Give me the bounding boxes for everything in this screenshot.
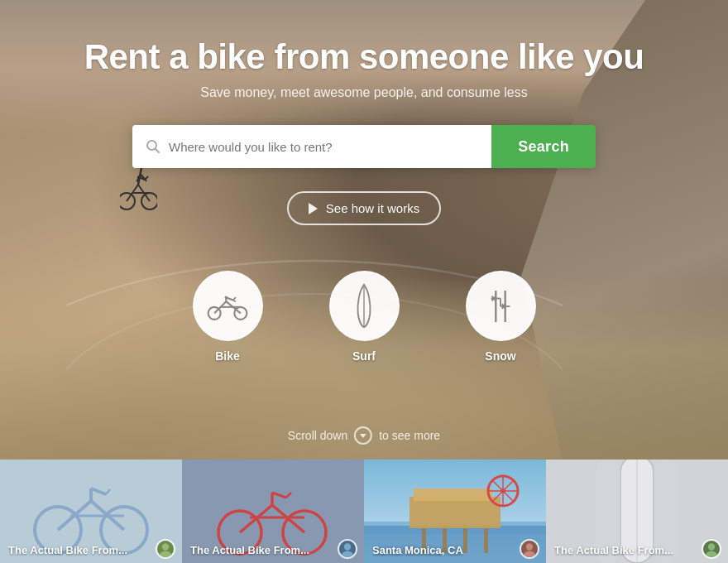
svg-point-59: [344, 543, 351, 550]
surf-icon: [352, 283, 376, 329]
svg-rect-65: [414, 488, 492, 501]
grid-item-4-avatar: [702, 539, 721, 559]
category-surf[interactable]: Surf: [329, 271, 400, 363]
hero-section: Rent a bike from someone like you Save m…: [0, 0, 728, 460]
hero-subtitle: Save money, meet awesome people, and con…: [200, 85, 527, 100]
svg-point-47: [162, 543, 169, 550]
scroll-see-more-text: to see more: [379, 429, 440, 442]
scroll-arrow: [360, 434, 366, 438]
svg-point-85: [708, 543, 715, 550]
svg-line-16: [156, 149, 160, 153]
scroll-down-section: Scroll down to see more: [288, 426, 440, 445]
bike-circle: [193, 271, 263, 341]
avatar-icon: [157, 541, 174, 557]
grid-item-2-avatar: [338, 539, 357, 559]
svg-rect-64: [410, 497, 500, 528]
bike-label: Bike: [215, 349, 240, 363]
surf-label: Surf: [352, 349, 376, 363]
svg-rect-74: [463, 528, 467, 553]
category-bike[interactable]: Bike: [193, 271, 263, 363]
surf-circle: [329, 271, 400, 341]
hero-title: Rent a bike from someone like you: [84, 37, 644, 77]
grid-item-3-avatar: [520, 539, 539, 559]
search-icon: [146, 139, 160, 154]
scroll-down-text: Scroll down: [288, 429, 347, 442]
snow-label: Snow: [485, 349, 515, 363]
grid-item-1[interactable]: The Actual Bike From...: [0, 460, 182, 563]
search-input-wrapper: [132, 125, 491, 168]
svg-point-26: [225, 296, 228, 298]
grid-item-3[interactable]: Santa Monica, CA: [364, 460, 546, 563]
bike-icon: [207, 291, 248, 322]
scroll-down-icon: [354, 426, 372, 445]
search-input[interactable]: [169, 140, 478, 154]
snow-circle: [466, 271, 536, 341]
how-it-works-button[interactable]: See how it works: [287, 191, 441, 225]
category-snow[interactable]: Snow: [466, 271, 536, 363]
grid-item-1-avatar: [156, 539, 175, 559]
categories-row: Bike Surf: [193, 271, 536, 363]
svg-line-25: [233, 300, 236, 301]
grid-item-2[interactable]: The Actual Bike From...: [182, 460, 364, 563]
snow-icon: [485, 286, 516, 327]
search-button[interactable]: Search: [491, 125, 596, 168]
hero-content: Rent a bike from someone like you Save m…: [0, 0, 728, 363]
grid-item-1-label: The Actual Bike From...: [8, 544, 127, 556]
listing-grid: The Actual Bike From...: [0, 460, 728, 563]
avatar-2-icon: [339, 541, 356, 557]
grid-item-3-label: Santa Monica, CA: [372, 544, 463, 556]
avatar-3-icon: [521, 541, 538, 557]
play-icon: [309, 203, 318, 214]
how-it-works-label: See how it works: [326, 201, 419, 215]
grid-item-4[interactable]: The Actual Bike From...: [546, 460, 728, 563]
svg-point-77: [526, 543, 533, 550]
search-bar: Search: [132, 125, 596, 168]
avatar-4-icon: [703, 541, 720, 557]
grid-item-2-label: The Actual Bike From...: [190, 544, 309, 556]
grid-item-4-label: The Actual Bike From...: [554, 544, 673, 556]
svg-rect-75: [484, 528, 488, 553]
